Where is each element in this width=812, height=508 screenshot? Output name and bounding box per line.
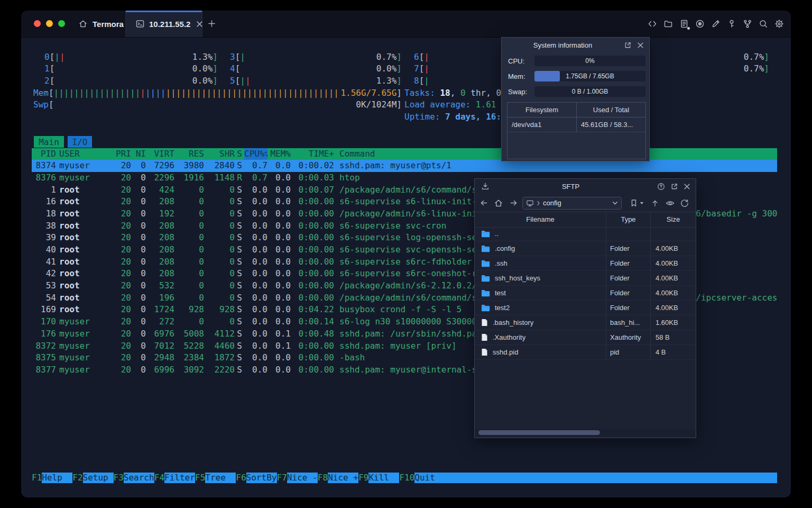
traffic-lights: [34, 20, 65, 27]
home-tab[interactable]: Termora: [72, 11, 130, 37]
cpu-meter-4: 4[0.0%]: [230, 63, 402, 75]
zoom-window-button[interactable]: [58, 20, 65, 27]
col-header-MEM%[interactable]: MEM%: [267, 148, 291, 160]
fnkey-F4[interactable]: F4Filter: [154, 473, 195, 483]
settings-gear-icon[interactable]: [774, 19, 784, 29]
session-tab[interactable]: 10.211.55.2: [125, 11, 202, 37]
cpu-meter-1: 1[0.0%]: [44, 63, 218, 75]
file-icon: [481, 319, 488, 326]
open-in-window-icon[interactable]: [670, 183, 678, 190]
folder-icon: [481, 245, 490, 252]
mem-usage-row: Mem: 1.75GB / 7.65GB: [502, 71, 649, 81]
new-tab-button[interactable]: [207, 19, 216, 28]
file-row[interactable]: .configFolder4.00KB: [475, 241, 696, 256]
filename-col-header[interactable]: Filename: [475, 212, 606, 227]
meter-bars: ||: [240, 75, 376, 87]
parent-directory-icon[interactable]: [649, 197, 661, 209]
file-icon: [481, 333, 488, 341]
file-type-cell: Folder: [606, 256, 651, 270]
bookmark-icon[interactable]: [628, 197, 640, 209]
termora-window: Termora 10.211.55.2 0[||1.3: [21, 11, 791, 497]
close-panel-icon[interactable]: [637, 42, 644, 49]
terminal-icon: [135, 19, 145, 29]
swap-usage-value: 0 B / 1.00GB: [534, 86, 645, 97]
folder-icon[interactable]: [663, 19, 673, 29]
col-header-VIRT[interactable]: VIRT: [146, 148, 174, 160]
col-header-CPU%[interactable]: CPU%▽: [244, 148, 267, 160]
log-icon[interactable]: [679, 19, 689, 29]
col-header-TIME+[interactable]: TIME+: [291, 148, 334, 160]
bookmark-caret-icon[interactable]: [640, 202, 644, 205]
col-header-NI[interactable]: NI: [131, 148, 146, 160]
meter-bars: [54, 63, 192, 75]
back-icon[interactable]: [478, 197, 490, 209]
fnkey-F8[interactable]: F8Nice +: [318, 473, 358, 483]
col-header-SHR[interactable]: SHR: [204, 148, 235, 160]
fnkey-F7[interactable]: F7Nice -: [277, 473, 318, 483]
fnkey-F2[interactable]: F2Setup: [72, 473, 113, 483]
col-header-RES[interactable]: RES: [174, 148, 204, 160]
fnkey-F10[interactable]: F10Quit: [399, 473, 777, 483]
fnkey-F6[interactable]: F6SortBy: [236, 473, 276, 483]
key-icon[interactable]: [727, 19, 736, 29]
file-row[interactable]: .XauthorityXauthority58 B: [475, 330, 696, 345]
home-tab-label: Termora: [93, 20, 124, 29]
file-row[interactable]: .sshFolder4.00KB: [475, 256, 696, 271]
swap-usage-bar: 0 B / 1.00GB: [534, 86, 645, 97]
host-icon: [526, 199, 534, 207]
home-icon[interactable]: [493, 197, 504, 209]
code-icon[interactable]: [648, 19, 657, 29]
branch-icon[interactable]: [743, 19, 752, 29]
size-col-header[interactable]: Size: [651, 212, 696, 227]
refresh-icon[interactable]: [679, 197, 690, 209]
file-table-header: Filename Type Size: [475, 212, 696, 228]
forward-icon[interactable]: [508, 197, 519, 209]
fnkey-F5[interactable]: F5Tree: [195, 473, 236, 483]
edit-icon[interactable]: [711, 19, 721, 29]
file-list: ...configFolder4.00KB.sshFolder4.00KBssh…: [475, 226, 696, 360]
file-row[interactable]: test2Folder4.00KB: [475, 301, 696, 315]
file-name-cell: sshd.pid: [475, 345, 606, 359]
file-row[interactable]: .bash_historybash_hi...1.60KB: [475, 315, 696, 330]
file-row[interactable]: testFolder4.00KB: [475, 286, 696, 301]
file-row[interactable]: ..: [475, 226, 696, 241]
file-type-cell: pid: [606, 345, 651, 359]
close-panel-icon[interactable]: [684, 183, 690, 190]
path-breadcrumb[interactable]: config: [522, 197, 622, 210]
fnkey-F3[interactable]: F3Search: [114, 473, 154, 483]
sysinfo-title: System information: [507, 41, 619, 49]
col-header-PID[interactable]: PID: [35, 148, 56, 160]
chevron-down-icon[interactable]: [612, 201, 618, 205]
download-icon[interactable]: [481, 182, 490, 190]
type-col-header[interactable]: Type: [606, 212, 651, 227]
htop-tab-main[interactable]: Main: [34, 136, 64, 148]
open-in-window-icon[interactable]: [624, 41, 632, 49]
close-tab-icon[interactable]: [197, 21, 202, 27]
file-name-cell: ssh_host_keys: [475, 271, 606, 285]
help-icon[interactable]: [657, 183, 665, 190]
search-icon[interactable]: [759, 19, 768, 29]
file-row[interactable]: ssh_host_keysFolder4.00KB: [475, 271, 696, 286]
col-header-PRI[interactable]: PRI: [114, 148, 131, 160]
file-type-cell: Folder: [606, 271, 651, 285]
file-name-cell: test2: [475, 301, 606, 315]
fnkey-F1[interactable]: F1Help: [32, 473, 72, 483]
minimize-window-button[interactable]: [46, 20, 53, 27]
system-information-panel: System information CPU: 0% Mem: 1.75GB /…: [501, 37, 650, 161]
cpu-usage-bar: 0%: [534, 56, 645, 66]
file-type-cell: bash_hi...: [606, 315, 651, 330]
cpu-meter-3: 3[|0.7%]: [230, 51, 402, 64]
fnkey-F9[interactable]: F9Kill: [358, 473, 399, 483]
file-row[interactable]: sshd.pidpid4 B: [475, 345, 696, 360]
col-header-USER[interactable]: USER: [59, 148, 114, 160]
cpu-usage-value: 0%: [534, 56, 645, 66]
process-row[interactable]: 8374myuser200729639802840S0.70.00:00.02s…: [32, 160, 777, 172]
col-header-S[interactable]: S: [235, 148, 244, 160]
record-icon[interactable]: [695, 19, 705, 29]
meter-bars: [54, 75, 192, 87]
scrollbar-thumb[interactable]: [478, 430, 600, 435]
close-window-button[interactable]: [34, 20, 41, 27]
screen: Termora 10.211.55.2 0[||1.3: [0, 0, 812, 508]
htop-tab-io[interactable]: I/O: [68, 136, 92, 148]
show-hidden-icon[interactable]: [664, 197, 676, 209]
